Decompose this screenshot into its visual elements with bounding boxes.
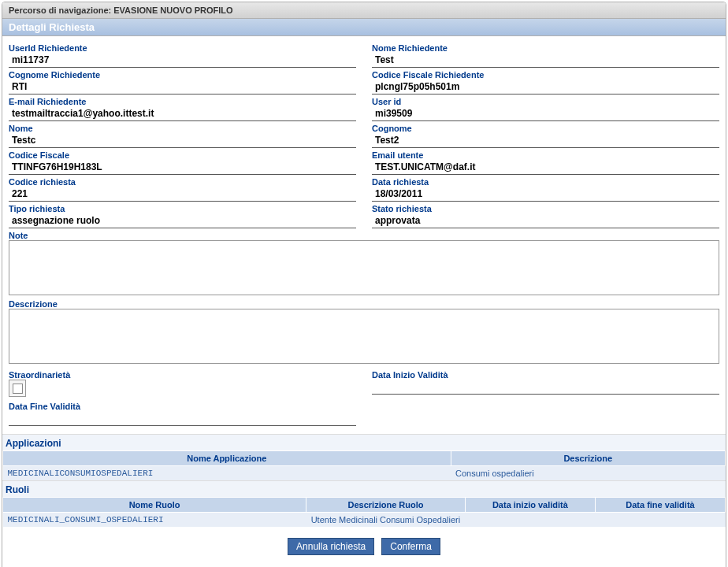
- col-nome-applicazione: Nome Applicazione: [3, 451, 451, 466]
- descrizione-textarea[interactable]: [9, 309, 719, 364]
- data-inizio-validita-label: Data Inizio Validità: [372, 370, 719, 380]
- tipo-richiesta-field[interactable]: [9, 213, 356, 228]
- cognome-label: Cognome: [372, 124, 719, 133]
- breadcrumb: Percorso di navigazione: EVASIONE NUOVO …: [2, 2, 726, 19]
- form-area: UserId Richiedente Nome Richiedente Cogn…: [2, 36, 726, 434]
- codice-fiscale-richiedente-label: Codice Fiscale Richiedente: [372, 70, 719, 80]
- annulla-richiesta-button[interactable]: Annulla richiesta: [288, 538, 374, 555]
- stato-richiesta-label: Stato richiesta: [372, 204, 719, 213]
- table-header-row: Nome Ruolo Descrizione Ruolo Data inizio…: [3, 498, 726, 513]
- codice-richiesta-label: Codice richiesta: [9, 177, 356, 187]
- codice-fiscale-label: Codice Fiscale: [9, 150, 356, 160]
- codice-fiscale-richiedente-field[interactable]: [372, 80, 719, 94]
- note-textarea[interactable]: [9, 240, 719, 295]
- email-richiedente-field[interactable]: [9, 106, 356, 121]
- nome-richiedente-label: Nome Richiedente: [372, 43, 719, 53]
- data-richiesta-field[interactable]: [372, 187, 719, 202]
- table-row[interactable]: MEDICINALI_CONSUMI_OSPEDALIERI Utente Me…: [3, 513, 726, 528]
- col-descrizione-applicazione: Descrizione: [451, 451, 725, 466]
- data-inizio-validita-field[interactable]: [372, 380, 719, 395]
- cognome-richiedente-label: Cognome Richiedente: [9, 70, 356, 80]
- cell-nome-applicazione: MEDICINALICONSUMIOSPEDALIERI: [3, 466, 451, 481]
- straordinarieta-label: Straordinarietà: [9, 370, 356, 380]
- cognome-field[interactable]: [372, 133, 719, 148]
- codice-richiesta-field[interactable]: [9, 187, 356, 202]
- main-panel: Percorso di navigazione: EVASIONE NUOVO …: [2, 2, 726, 567]
- data-richiesta-label: Data richiesta: [372, 177, 719, 187]
- nome-label: Nome: [9, 124, 356, 133]
- cell-data-fine: [595, 513, 725, 528]
- data-fine-validita-field[interactable]: [9, 411, 356, 426]
- col-data-fine: Data fine validità: [595, 498, 725, 513]
- button-row: Annulla richiesta Conferma: [2, 527, 726, 567]
- descrizione-label: Descrizione: [9, 299, 719, 309]
- note-label: Note: [9, 231, 719, 240]
- ruoli-grid: Nome Ruolo Descrizione Ruolo Data inizio…: [2, 497, 726, 527]
- cell-descrizione-ruolo: Utente Medicinali Consumi Ospedalieri: [306, 513, 466, 528]
- nome-field[interactable]: [9, 133, 356, 148]
- applicazioni-grid: Nome Applicazione Descrizione MEDICINALI…: [2, 450, 726, 480]
- userid-richiedente-field[interactable]: [9, 53, 356, 68]
- cell-data-inizio: [465, 513, 595, 528]
- data-fine-validita-label: Data Fine Validità: [9, 402, 356, 411]
- col-data-inizio: Data inizio validità: [465, 498, 595, 513]
- section-title: Dettagli Richiesta: [2, 19, 726, 36]
- col-nome-ruolo: Nome Ruolo: [3, 498, 306, 513]
- codice-fiscale-field[interactable]: [9, 160, 356, 175]
- col-descrizione-ruolo: Descrizione Ruolo: [306, 498, 466, 513]
- user-id-field[interactable]: [372, 106, 719, 121]
- tipo-richiesta-label: Tipo richiesta: [9, 204, 356, 213]
- applicazioni-title: Applicazioni: [2, 434, 726, 450]
- email-richiedente-label: E-mail Richiedente: [9, 97, 356, 106]
- email-utente-label: Email utente: [372, 150, 719, 160]
- email-utente-field[interactable]: [372, 160, 719, 175]
- straordinarieta-checkbox[interactable]: [9, 380, 26, 397]
- ruoli-title: Ruoli: [2, 480, 726, 497]
- userid-richiedente-label: UserId Richiedente: [9, 43, 356, 53]
- table-header-row: Nome Applicazione Descrizione: [3, 451, 726, 466]
- user-id-label: User id: [372, 97, 719, 106]
- table-row[interactable]: MEDICINALICONSUMIOSPEDALIERI Consumi osp…: [3, 466, 726, 481]
- nome-richiedente-field[interactable]: [372, 53, 719, 68]
- cognome-richiedente-field[interactable]: [9, 80, 356, 94]
- checkbox-inner: [13, 384, 23, 394]
- stato-richiesta-field[interactable]: [372, 213, 719, 228]
- conferma-button[interactable]: Conferma: [381, 538, 440, 555]
- cell-descrizione-applicazione: Consumi ospedalieri: [451, 466, 725, 481]
- cell-nome-ruolo: MEDICINALI_CONSUMI_OSPEDALIERI: [3, 513, 306, 528]
